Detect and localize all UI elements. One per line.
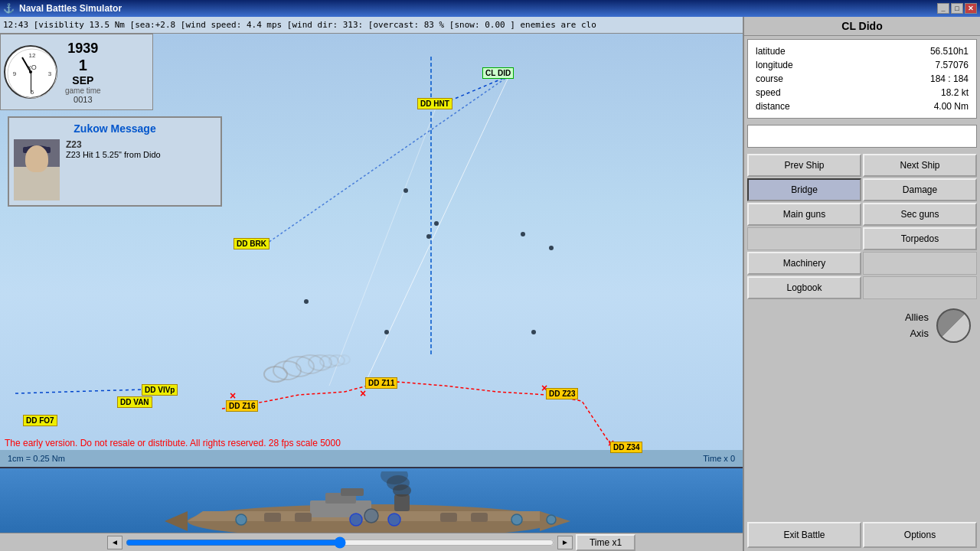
speed-value: 18.2 kt: [861, 86, 972, 99]
game-time-value: 0013: [65, 95, 101, 104]
svg-point-18: [434, 221, 439, 226]
options-button[interactable]: Options: [863, 522, 977, 548]
time-controls: ◄ ► Time x1: [0, 533, 743, 551]
svg-point-17: [403, 188, 408, 193]
minimize-button[interactable]: _: [937, 3, 949, 14]
exit-battle-button[interactable]: Exit Battle: [747, 522, 861, 548]
ship-label-dd-z23[interactable]: DD Z23: [546, 388, 578, 399]
ship-label-dd-vivp[interactable]: DD VIVp: [142, 384, 178, 396]
ship-label-dd-hnt[interactable]: DD HNT: [417, 98, 452, 109]
svg-point-19: [426, 234, 431, 239]
ship-stats-table: latitude 56.510h1 longitude 7.57076 cour…: [753, 44, 972, 113]
ship-label-dd-z16[interactable]: DD Z16: [226, 400, 258, 412]
svg-point-20: [521, 232, 525, 236]
svg-rect-44: [394, 494, 410, 511]
longitude-label: longitude: [753, 58, 861, 72]
speed-label: speed: [753, 86, 861, 99]
avatar-svg: [14, 139, 60, 201]
main-guns-button[interactable]: Main guns: [747, 203, 861, 226]
ship-label-dd-brk[interactable]: DD BRK: [234, 238, 270, 249]
close-button[interactable]: ✕: [965, 3, 977, 14]
status-text: 12:43 [visiblity 13.5 Nm [sea:+2.8 [wind…: [3, 20, 596, 30]
allies-axis-labels: Allies Axis: [905, 310, 929, 342]
machinery-button[interactable]: Machinery: [747, 252, 861, 275]
clock-month: SEP: [65, 74, 101, 86]
allies-label: Allies: [905, 310, 929, 326]
spacer: [744, 349, 980, 519]
svg-line-11: [15, 390, 142, 393]
longitude-value: 7.57076: [861, 58, 972, 72]
time-slider[interactable]: [126, 536, 554, 549]
clock-area: 12 3 6 9 xO 1939 1 SEP game time 0013: [0, 34, 153, 110]
message-title: Zukow Message: [14, 122, 216, 135]
ship-label-dd-fo7[interactable]: DD FO7: [23, 415, 57, 426]
message-box: Zukow Message Z23: [8, 116, 222, 207]
svg-point-57: [388, 514, 400, 526]
ship-label-dd-van[interactable]: DD VAN: [117, 396, 152, 408]
distance-row: distance 4.00 Nm: [753, 99, 972, 113]
svg-point-23: [384, 330, 389, 334]
avatar: [14, 139, 60, 201]
axis-label: Axis: [905, 326, 929, 342]
maximize-button[interactable]: □: [951, 3, 963, 14]
empty-slot-3: [863, 276, 977, 299]
svg-point-52: [236, 514, 247, 525]
right-panel: CL Dido latitude 56.510h1 longitude 7.57…: [743, 17, 980, 551]
time-next-button[interactable]: ►: [557, 536, 573, 549]
titlebar-left: ⚓ Naval Battles Simulator: [3, 3, 122, 14]
message-text-area: Z23 Z23 Hit 1 5.25" from Dido: [66, 139, 161, 201]
bottom-buttons: Exit Battle Options: [744, 519, 980, 551]
titlebar-controls: _ □ ✕: [937, 3, 977, 14]
svg-point-22: [304, 299, 309, 304]
compass: [936, 308, 971, 343]
distance-value: 4.00 Nm: [861, 99, 972, 113]
svg-rect-48: [264, 513, 281, 522]
svg-marker-40: [165, 511, 188, 531]
svg-point-54: [511, 514, 522, 525]
game-time-label: game time: [65, 86, 101, 95]
svg-rect-51: [471, 513, 488, 522]
ship-label-dd-z11[interactable]: DD Z11: [365, 377, 397, 389]
game-area: 12:43 [visiblity 13.5 Nm [sea:+2.8 [wind…: [0, 17, 743, 551]
time-label-button[interactable]: Time x1: [576, 534, 635, 551]
svg-rect-6: [14, 139, 60, 201]
svg-point-53: [364, 509, 378, 523]
damage-button[interactable]: Damage: [863, 178, 977, 201]
svg-rect-7: [21, 174, 52, 201]
next-ship-button[interactable]: Next Ship: [863, 154, 977, 177]
main-area: 12:43 [visiblity 13.5 Nm [sea:+2.8 [wind…: [0, 17, 980, 551]
svg-point-8: [26, 148, 47, 173]
clock-day: 1: [65, 57, 101, 74]
empty-slot-2: [863, 252, 977, 275]
svg-line-13: [260, 76, 509, 248]
ship-label-dd-z34[interactable]: DD Z34: [610, 442, 642, 453]
message-sender: Z23: [66, 139, 161, 150]
time-prev-button[interactable]: ◄: [107, 536, 122, 549]
ship-label-cl-did[interactable]: CL DID: [482, 67, 514, 79]
svg-rect-10: [23, 147, 51, 153]
prev-ship-button[interactable]: Prev Ship: [747, 154, 861, 177]
longitude-row: longitude 7.57076: [753, 58, 972, 72]
svg-text:×: ×: [360, 387, 366, 399]
svg-point-56: [350, 514, 362, 526]
clock-face: 12 3 6 9 xO: [4, 45, 57, 99]
logbook-button[interactable]: Logbook: [747, 276, 861, 299]
svg-rect-50: [440, 513, 457, 522]
time-label: Time x 0: [703, 454, 735, 463]
sec-guns-button[interactable]: Sec guns: [863, 203, 977, 226]
svg-text:9: 9: [13, 70, 17, 77]
svg-rect-49: [295, 513, 312, 522]
svg-rect-43: [341, 488, 364, 496]
clock-ticks: 12 3 6 9 xO: [5, 47, 59, 100]
ship-stats: latitude 56.510h1 longitude 7.57076 cour…: [747, 39, 977, 119]
svg-line-15: [329, 106, 436, 386]
course-row: course 184 : 184: [753, 72, 972, 86]
bridge-button[interactable]: Bridge: [747, 178, 861, 201]
message-content: Z23 Hit 1 5.25" from Dido: [66, 150, 161, 159]
torpedos-button[interactable]: Torpedos: [863, 227, 977, 250]
svg-point-55: [547, 515, 556, 524]
titlebar: ⚓ Naval Battles Simulator _ □ ✕: [0, 0, 980, 17]
allies-axis-area: Allies Axis: [744, 302, 980, 349]
svg-point-21: [549, 246, 554, 250]
ship-buttons: Prev Ship Next Ship Bridge Damage Main g…: [744, 151, 980, 302]
